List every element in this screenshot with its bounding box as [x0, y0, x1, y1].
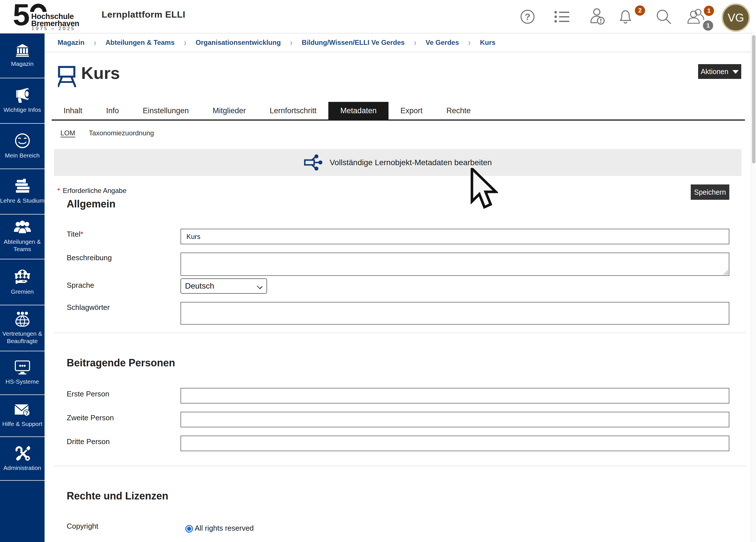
- svg-text:1975 – 2025: 1975 – 2025: [31, 26, 75, 31]
- svg-text:?: ?: [25, 410, 28, 416]
- svg-text:?: ?: [525, 12, 530, 22]
- svg-text:5: 5: [13, 2, 30, 32]
